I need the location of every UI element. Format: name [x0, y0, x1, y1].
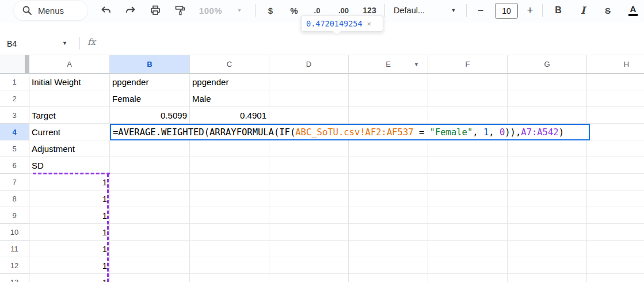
cell-B7[interactable] — [110, 174, 190, 190]
cell-editor-b4[interactable]: =AVERAGE.WEIGHTED(ARRAYFORMULA(IF(ABC_So… — [110, 124, 590, 140]
cell-D13[interactable] — [269, 274, 349, 282]
cell-E13[interactable] — [349, 274, 428, 282]
cell-C6[interactable] — [190, 157, 269, 174]
cell-A10[interactable]: 1 — [29, 224, 110, 241]
cell-A4[interactable]: Current — [29, 124, 110, 140]
cell-E7[interactable] — [349, 174, 428, 190]
column-dropdown-arrow-icon[interactable]: ▼ — [414, 62, 419, 67]
cell-H8[interactable] — [587, 190, 644, 207]
cell-H3[interactable] — [587, 107, 644, 124]
cell-C9[interactable] — [190, 207, 269, 224]
undo-button[interactable] — [97, 0, 115, 21]
cell-B3[interactable]: 0.5099 — [110, 107, 190, 124]
column-header-G[interactable]: G — [508, 55, 587, 74]
cell-H10[interactable] — [587, 224, 644, 241]
cell-F10[interactable] — [428, 224, 508, 241]
row-header-5[interactable]: 5 — [0, 140, 29, 157]
cell-H5[interactable] — [587, 140, 644, 157]
font-family-select[interactable]: Defaul... — [394, 0, 435, 21]
bold-button[interactable]: B — [550, 0, 566, 21]
cell-C12[interactable] — [190, 257, 269, 274]
strikethrough-button[interactable]: S — [600, 0, 616, 21]
cell-G9[interactable] — [508, 207, 587, 224]
cell-E6[interactable] — [349, 157, 428, 174]
column-header-A[interactable]: A — [29, 55, 110, 74]
cell-A6[interactable]: SD — [29, 157, 110, 174]
cell-D8[interactable] — [269, 190, 349, 207]
cell-G5[interactable] — [508, 140, 587, 157]
cell-F1[interactable] — [428, 74, 508, 90]
cell-D11[interactable] — [269, 241, 349, 257]
row-header-13[interactable]: 13 — [0, 274, 29, 282]
name-box[interactable]: B4 — [7, 37, 59, 51]
cell-E12[interactable] — [349, 257, 428, 274]
cell-H4[interactable] — [587, 124, 644, 140]
cell-D3[interactable] — [269, 107, 349, 124]
cell-F8[interactable] — [428, 190, 508, 207]
cell-E1[interactable] — [349, 74, 428, 90]
cell-A5[interactable]: Adjustment — [29, 140, 110, 157]
text-color-button[interactable]: A — [624, 0, 642, 21]
cell-A1[interactable]: Initial Weight — [29, 74, 110, 90]
cell-C1[interactable]: ppgender — [190, 74, 269, 90]
row-header-10[interactable]: 10 — [0, 224, 29, 241]
cell-C11[interactable] — [190, 241, 269, 257]
cell-B6[interactable] — [110, 157, 190, 174]
cell-E3[interactable] — [349, 107, 428, 124]
cell-F12[interactable] — [428, 257, 508, 274]
cell-G2[interactable] — [508, 90, 587, 107]
name-box-dropdown-arrow-icon[interactable]: ▼ — [62, 40, 67, 46]
paint-format-button[interactable] — [171, 0, 189, 21]
cell-E2[interactable] — [349, 90, 428, 107]
cell-B10[interactable] — [110, 224, 190, 241]
cell-G8[interactable] — [508, 190, 587, 207]
column-header-F[interactable]: F — [428, 55, 508, 74]
redo-button[interactable] — [121, 0, 140, 21]
cell-A2[interactable] — [29, 90, 110, 107]
cell-F5[interactable] — [428, 140, 508, 157]
cell-E5[interactable] — [349, 140, 428, 157]
cell-F9[interactable] — [428, 207, 508, 224]
menus-search-button[interactable]: Menus — [14, 1, 87, 20]
cell-G1[interactable] — [508, 74, 587, 90]
decrease-font-size-button[interactable]: − — [473, 0, 488, 21]
cell-H1[interactable] — [587, 74, 644, 90]
row-header-3[interactable]: 3 — [0, 107, 29, 124]
cell-F13[interactable] — [428, 274, 508, 282]
cell-C7[interactable] — [190, 174, 269, 190]
cell-C13[interactable] — [190, 274, 269, 282]
cell-B12[interactable] — [110, 257, 190, 274]
cell-C5[interactable] — [190, 140, 269, 157]
cell-G13[interactable] — [508, 274, 587, 282]
cell-E11[interactable] — [349, 241, 428, 257]
cell-C10[interactable] — [190, 224, 269, 241]
cell-H13[interactable] — [587, 274, 644, 282]
row-header-7[interactable]: 7 — [0, 174, 29, 190]
cell-A9[interactable]: 1 — [29, 207, 110, 224]
cell-D1[interactable] — [269, 74, 349, 90]
cell-F2[interactable] — [428, 90, 508, 107]
cell-H2[interactable] — [587, 90, 644, 107]
cell-E10[interactable] — [349, 224, 428, 241]
cell-C2[interactable]: Male — [190, 90, 269, 107]
column-header-C[interactable]: C — [190, 55, 269, 74]
cell-G3[interactable] — [508, 107, 587, 124]
row-header-9[interactable]: 9 — [0, 207, 29, 224]
cell-D6[interactable] — [269, 157, 349, 174]
cell-A12[interactable]: 1 — [29, 257, 110, 274]
cell-G11[interactable] — [508, 241, 587, 257]
cell-E9[interactable] — [349, 207, 428, 224]
increase-font-size-button[interactable]: + — [523, 0, 538, 21]
column-header-E[interactable]: E▼ — [349, 55, 428, 74]
cell-C3[interactable]: 0.4901 — [190, 107, 269, 124]
cell-F7[interactable] — [428, 174, 508, 190]
cell-D2[interactable] — [269, 90, 349, 107]
cell-A7[interactable]: 1 — [29, 174, 110, 190]
cell-F6[interactable] — [428, 157, 508, 174]
cell-A11[interactable]: 1 — [29, 241, 110, 257]
cell-F11[interactable] — [428, 241, 508, 257]
cell-H9[interactable] — [587, 207, 644, 224]
cell-G12[interactable] — [508, 257, 587, 274]
row-header-11[interactable]: 11 — [0, 241, 29, 257]
cell-G10[interactable] — [508, 224, 587, 241]
